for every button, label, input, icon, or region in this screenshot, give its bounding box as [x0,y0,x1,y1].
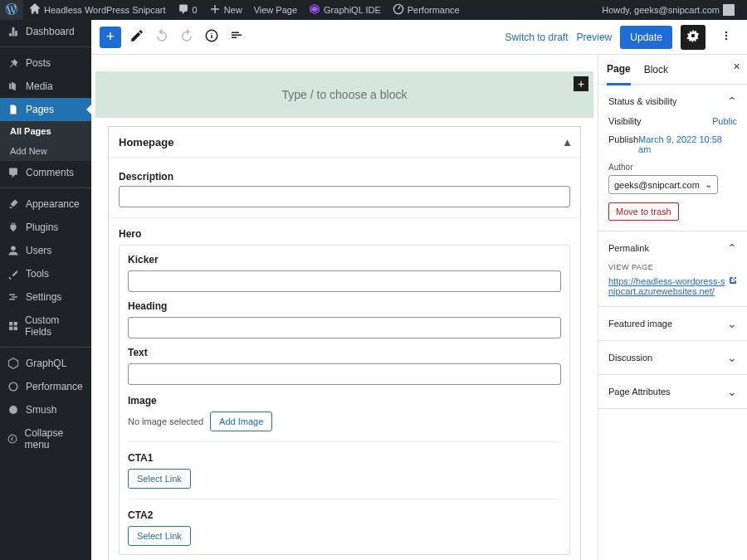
sidebar-item-plugins[interactable]: Plugins [0,216,91,239]
hero-label: Hero [119,228,570,240]
svg-point-1 [11,246,16,251]
switch-draft-button[interactable]: Switch to draft [505,32,569,43]
performance-menu[interactable]: Performance [387,0,466,20]
kicker-input[interactable] [128,270,561,292]
undo-icon [154,28,169,46]
plug-icon [7,222,20,233]
description-label: Description [119,171,570,183]
placeholder-text: Type / to choose a block [282,88,408,101]
view-page-link[interactable]: View Page [248,0,303,20]
sidebar-item-dashboard[interactable]: Dashboard [0,20,91,43]
user-account-menu[interactable]: Howdy, geeks@snipcart.com [596,0,740,20]
sidebar-item-pages[interactable]: Pages [0,98,91,121]
inline-add-block-button[interactable]: + [574,76,588,91]
plus-icon [209,3,221,17]
sidebar-item-custom-fields[interactable]: Custom Fields [0,309,91,343]
redo-icon [179,28,194,46]
close-settings-button[interactable]: ✕ [733,61,740,72]
sidebar-item-media[interactable]: Media [0,75,91,98]
comment-icon [178,3,189,17]
sliders-icon [7,291,20,303]
info-icon [204,28,219,46]
no-image-text: No image selected [128,416,203,426]
info-button[interactable] [203,28,221,46]
cta1-select-link-button[interactable]: Select Link [128,469,191,489]
collapse-menu[interactable]: Collapse menu [0,421,91,456]
panel-header-discussion[interactable]: Discussion ⌄ [608,351,737,364]
author-select[interactable]: geeks@snipcart.com ⌄ [608,175,718,194]
user-icon [7,245,20,256]
chevron-down-icon: ⌄ [727,351,737,364]
comments-menu[interactable]: 0 [172,0,203,20]
new-content-menu[interactable]: New [203,0,248,20]
image-label: Image [128,395,561,407]
move-to-trash-button[interactable]: Move to trash [608,202,679,221]
permalink-url-link[interactable]: https://headless-wordpress-snipcart.azur… [608,276,737,296]
publish-value[interactable]: March 9, 2022 10:58 am [638,134,737,154]
metabox-header-homepage[interactable]: Homepage ▴ [109,127,580,158]
outline-button[interactable] [227,28,246,46]
sidebar-item-tools[interactable]: Tools [0,262,91,285]
cta1-label: CTA1 [128,452,561,464]
sidebar-item-graphql[interactable]: GraphQL [0,352,91,375]
media-icon [7,80,20,92]
sidebar-item-posts[interactable]: Posts [0,51,91,75]
site-name-menu[interactable]: Headless WordPress Snipcart [23,0,172,20]
tab-block[interactable]: Block [644,56,668,84]
gauge-icon [393,3,404,17]
description-input[interactable] [119,186,570,207]
wordpress-icon [6,3,17,17]
sidebar-item-performance[interactable]: Performance [0,375,91,398]
sidebar-item-smush[interactable]: Smush [0,398,91,421]
text-label: Text [128,347,561,358]
site-title: Headless WordPress Snipcart [44,5,166,15]
panel-header-permalink[interactable]: Permalink ⌃ [608,241,737,255]
graphiql-ide-menu[interactable]: GraphiQL IDE [303,0,387,20]
preview-button[interactable]: Preview [577,32,613,43]
add-block-button[interactable]: + [100,27,121,48]
sidebar-item-settings[interactable]: Settings [0,285,91,309]
sidebar-item-comments[interactable]: Comments [0,161,91,184]
sidebar-subitem-add-new[interactable]: Add New [0,141,91,161]
settings-toggle-button[interactable] [681,25,706,50]
metabox-title: Homepage [119,136,173,149]
update-button[interactable]: Update [620,26,672,49]
text-input[interactable] [128,363,561,385]
dashboard-icon [7,26,20,37]
more-menu-button[interactable] [714,25,739,50]
brush-icon [7,198,20,210]
avatar [723,4,735,16]
undo-button[interactable] [153,28,171,46]
chevron-up-icon: ▴ [564,135,570,149]
comment-icon [7,167,20,178]
publish-label: Publish [608,134,638,154]
gear-icon [686,28,701,46]
chevron-down-icon: ⌄ [727,385,737,398]
redo-button[interactable] [178,28,196,46]
wp-logo-menu[interactable] [0,0,23,20]
new-label: New [224,5,242,15]
cta2-select-link-button[interactable]: Select Link [128,526,191,546]
add-image-button[interactable]: Add Image [210,411,272,431]
pages-icon [7,104,20,115]
pencil-icon [129,28,144,46]
visibility-value[interactable]: Public [712,116,737,126]
sidebar-item-appearance[interactable]: Appearance [0,192,91,216]
svg-point-8 [725,38,727,40]
panel-header-status[interactable]: Status & visibility ⌃ [608,95,737,108]
chevron-down-icon: ⌄ [705,179,712,190]
pin-icon [7,57,20,69]
heading-input[interactable] [128,317,561,338]
heading-label: Heading [128,300,561,312]
tab-page[interactable]: Page [607,55,631,85]
kebab-icon [720,30,732,44]
svg-point-7 [725,35,727,37]
kicker-label: Kicker [128,254,561,265]
sidebar-item-users[interactable]: Users [0,239,91,262]
edit-mode-button[interactable] [128,28,146,46]
block-placeholder[interactable]: Type / to choose a block + [95,71,593,118]
svg-point-2 [9,382,17,391]
panel-header-page-attributes[interactable]: Page Attributes ⌄ [608,385,737,398]
sidebar-subitem-all-pages[interactable]: All Pages [0,121,91,141]
panel-header-featured-image[interactable]: Featured image ⌄ [608,317,737,330]
